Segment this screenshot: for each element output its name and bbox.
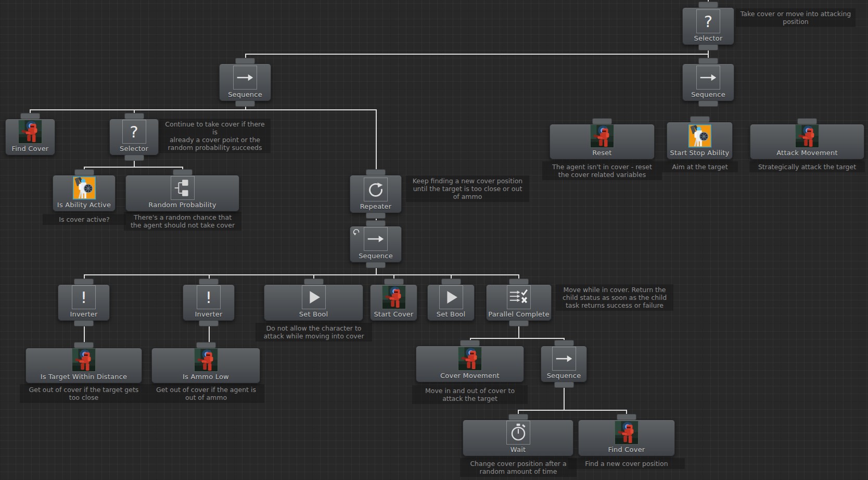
node-find-cover-1[interactable]: Find Cover <box>5 119 55 155</box>
node-label: Set Bool <box>437 310 466 318</box>
icon-glyph: ! <box>81 289 87 306</box>
input-connection-pin[interactable] <box>196 342 216 348</box>
exclamation-icon: ! <box>72 285 96 309</box>
node-comment: Is cover active? <box>43 214 126 225</box>
soldier-portrait-icon <box>72 348 96 372</box>
input-connection-pin[interactable] <box>199 279 219 285</box>
node-attack-movement[interactable]: Attack Movement <box>750 124 864 159</box>
input-connection-pin[interactable] <box>20 113 40 119</box>
play-triangle-icon <box>439 285 463 309</box>
output-connection-pin[interactable] <box>509 320 529 326</box>
node-inverter-2[interactable]: ! Inverter <box>183 284 235 321</box>
node-label: Sequence <box>359 252 393 260</box>
soldier-portrait-icon <box>458 347 482 371</box>
knight-ability-icon <box>688 124 712 148</box>
input-connection-pin[interactable] <box>366 220 386 226</box>
node-inverter-1[interactable]: ! Inverter <box>58 284 110 321</box>
node-label: Start Cover <box>374 310 413 318</box>
input-connection-pin[interactable] <box>441 279 461 285</box>
input-connection-pin[interactable] <box>124 113 144 119</box>
input-connection-pin[interactable] <box>74 169 94 175</box>
node-parallel-complete[interactable]: Parallel Complete <box>486 284 552 321</box>
input-connection-pin[interactable] <box>797 118 817 124</box>
node-comment: Move in and out of cover to attack the t… <box>412 385 528 404</box>
node-reset[interactable]: Reset <box>550 124 655 159</box>
output-connection-pin[interactable] <box>366 262 386 268</box>
node-comment: The agent isn't in cover - reset the cov… <box>542 161 662 180</box>
input-connection-pin[interactable] <box>698 2 718 8</box>
node-label: Inverter <box>195 310 222 318</box>
node-comment: Do not allow the character to attack whi… <box>256 323 372 342</box>
node-label: Selector <box>694 34 722 42</box>
input-connection-pin[interactable] <box>304 279 324 285</box>
icon-glyph: ? <box>130 124 138 140</box>
branch-probability-icon <box>171 176 195 200</box>
repeat-arrow-icon <box>364 178 388 201</box>
output-connection-pin[interactable] <box>235 100 255 107</box>
icon-glyph: ! <box>206 289 212 306</box>
node-comment: Keep finding a new cover position until … <box>406 175 529 202</box>
output-connection-pin[interactable] <box>554 382 574 388</box>
node-is-target-within-distance[interactable]: Is Target Within Distance <box>25 348 142 383</box>
node-label: Sequence <box>547 372 581 380</box>
soldier-portrait-icon <box>795 124 819 148</box>
input-connection-pin[interactable] <box>74 279 94 285</box>
input-connection-pin[interactable] <box>690 116 710 122</box>
input-connection-pin[interactable] <box>592 118 612 124</box>
node-comment: Get out of cover if the target gets too … <box>20 384 148 403</box>
node-cover-movement[interactable]: Cover Movement <box>416 346 524 382</box>
input-connection-pin[interactable] <box>617 414 636 420</box>
sequence-arrow-icon <box>552 347 576 371</box>
node-label: Find Cover <box>608 446 645 453</box>
input-connection-pin[interactable] <box>74 342 94 348</box>
output-connection-pin[interactable] <box>698 44 718 50</box>
node-set-bool-2[interactable]: Set Bool <box>427 284 475 321</box>
node-label: Parallel Complete <box>488 310 550 318</box>
node-is-ability-active[interactable]: Is Ability Active <box>53 175 116 211</box>
node-sequence-right[interactable]: Sequence <box>682 64 734 101</box>
node-label: Sequence <box>228 91 262 98</box>
node-sequence-left[interactable]: Sequence <box>219 64 271 101</box>
exclamation-icon: ! <box>197 285 221 309</box>
knight-ability-icon <box>72 176 96 200</box>
output-connection-pin[interactable] <box>698 100 718 107</box>
connection-line <box>84 167 183 168</box>
node-selector-root[interactable]: ? Selector <box>682 7 734 45</box>
node-sequence-3[interactable]: Sequence <box>541 346 587 382</box>
play-triangle-icon <box>302 285 326 309</box>
node-start-stop-ability[interactable]: Start Stop Ability <box>667 122 733 159</box>
output-connection-pin[interactable] <box>199 320 219 326</box>
output-connection-pin[interactable] <box>366 212 386 219</box>
node-set-bool-1[interactable]: Set Bool <box>264 284 363 321</box>
input-connection-pin[interactable] <box>509 279 529 285</box>
sequence-arrow-icon <box>233 66 257 90</box>
node-repeater[interactable]: Repeater <box>350 175 402 213</box>
node-wait[interactable]: Wait <box>463 420 573 456</box>
input-connection-pin[interactable] <box>554 340 574 346</box>
node-is-ammo-low[interactable]: Is Ammo Low <box>151 348 260 383</box>
parallel-check-x-icon <box>507 285 531 309</box>
behavior-tree-canvas[interactable]: ? Selector Take cover or move into attac… <box>0 0 868 480</box>
input-connection-pin[interactable] <box>384 279 404 285</box>
input-connection-pin[interactable] <box>366 169 386 175</box>
node-start-cover[interactable]: Start Cover <box>370 284 417 321</box>
input-connection-pin[interactable] <box>173 169 193 175</box>
node-random-probability[interactable]: Random Probability <box>125 175 239 211</box>
node-comment: Take cover or move into attacking positi… <box>736 8 856 27</box>
input-connection-pin[interactable] <box>698 58 718 64</box>
node-selector-2[interactable]: ? Selector <box>109 119 159 155</box>
node-label: Is Target Within Distance <box>41 373 127 381</box>
node-sequence-mid[interactable]: Sequence <box>350 226 402 262</box>
node-label: Sequence <box>691 91 725 98</box>
output-connection-pin[interactable] <box>124 155 144 161</box>
node-comment: Continue to take cover if there is alrea… <box>159 119 271 153</box>
input-connection-pin[interactable] <box>235 58 255 64</box>
input-connection-pin[interactable] <box>460 340 480 346</box>
connection-line <box>245 54 709 55</box>
conditional-abort-icon <box>352 228 361 236</box>
input-connection-pin[interactable] <box>508 414 528 420</box>
node-label: Repeater <box>360 203 392 210</box>
output-connection-pin[interactable] <box>74 320 94 326</box>
soldier-portrait-icon <box>194 348 218 372</box>
node-find-cover-2[interactable]: Find Cover <box>578 420 675 456</box>
